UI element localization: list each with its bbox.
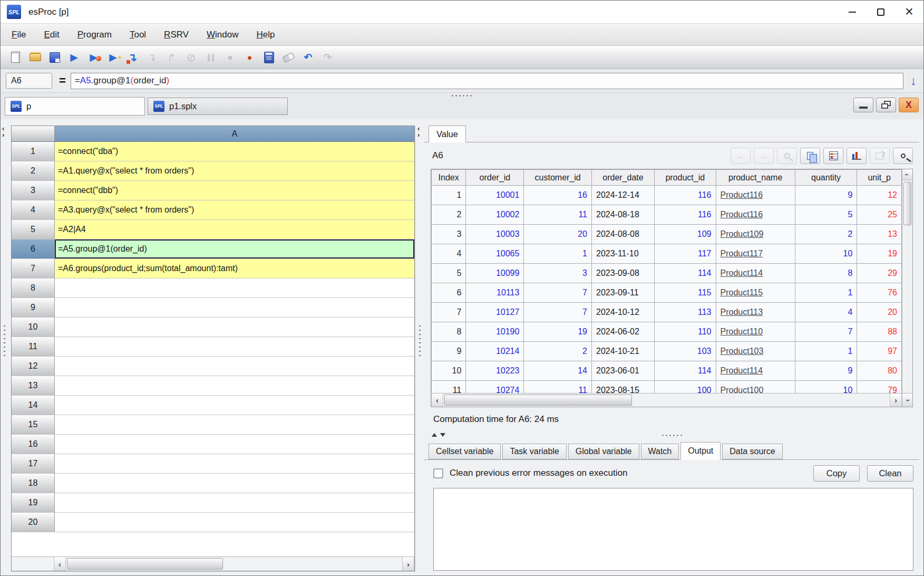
value-cell-r3c6[interactable]: Product109: [716, 225, 795, 244]
grid-corner-header[interactable]: [12, 126, 55, 141]
tab-cellset-variable[interactable]: Cellset variable: [429, 444, 501, 459]
scroll-thumb[interactable]: [444, 395, 632, 406]
copy-button[interactable]: Copy: [813, 465, 860, 482]
output-console[interactable]: [433, 488, 913, 571]
pin-icon[interactable]: [893, 148, 913, 164]
window-maximize-button[interactable]: [867, 1, 895, 23]
cell-A10[interactable]: [55, 318, 414, 337]
grid-horizontal-scrollbar[interactable]: ‹ ›: [12, 556, 414, 571]
col-header-order_id[interactable]: order_id: [466, 170, 524, 186]
bottom-splitter[interactable]: [424, 431, 920, 441]
formula-input[interactable]: =A5.group@1(order_id): [71, 73, 903, 89]
col-header-order_date[interactable]: order_date: [591, 170, 654, 186]
menu-program[interactable]: Program: [69, 30, 121, 40]
calculate-icon[interactable]: [261, 49, 277, 65]
menu-rsrv[interactable]: RSRV: [155, 30, 198, 40]
undo-icon[interactable]: ↶: [300, 49, 316, 65]
tab-data-source[interactable]: Data source: [722, 444, 782, 459]
execute-cell-icon[interactable]: ↴: [124, 49, 141, 65]
splitter-handle-icon[interactable]: [661, 434, 684, 437]
table-horizontal-scrollbar[interactable]: ‹ ›: [431, 393, 902, 407]
splitter-handle-icon[interactable]: [3, 324, 6, 357]
tab-task-variable[interactable]: Task variable: [502, 444, 566, 459]
splitter-handle-icon[interactable]: [419, 324, 421, 357]
cell-A19[interactable]: [55, 493, 414, 512]
row-header-18[interactable]: 18: [12, 474, 55, 493]
cell-A1[interactable]: =connect("dba"): [55, 142, 414, 161]
col-header-product_name[interactable]: product_name: [716, 170, 795, 186]
row-header-4[interactable]: 4: [12, 200, 55, 219]
scroll-right-icon[interactable]: ›: [890, 393, 902, 407]
new-file-icon[interactable]: [7, 49, 24, 65]
value-cell-r2c6[interactable]: Product116: [716, 205, 795, 225]
menu-help[interactable]: Help: [248, 30, 284, 40]
col-header-quantity[interactable]: quantity: [795, 170, 857, 186]
scroll-thumb[interactable]: [67, 558, 223, 570]
expand-right-icon[interactable]: ›: [2, 132, 4, 138]
execute-debug-icon[interactable]: ▶: [85, 49, 102, 65]
row-header-10[interactable]: 10: [12, 318, 55, 337]
col-header-unit_p[interactable]: unit_p: [857, 170, 902, 186]
expand-up-icon[interactable]: [432, 433, 437, 437]
menu-file[interactable]: File: [3, 30, 35, 40]
cell-A3[interactable]: =connect("dbb"): [55, 181, 414, 200]
tab-output[interactable]: Output: [680, 442, 721, 460]
window-close-button[interactable]: ×: [895, 1, 923, 23]
left-splitter-strip[interactable]: ‹›: [1, 119, 9, 575]
expand-formula-button[interactable]: ↓: [903, 73, 923, 88]
cell-A16[interactable]: [55, 435, 414, 454]
scroll-left-icon[interactable]: ‹: [431, 393, 443, 407]
scroll-thumb[interactable]: [903, 182, 911, 225]
menu-window[interactable]: Window: [198, 30, 247, 40]
row-header-17[interactable]: 17: [12, 454, 55, 473]
cell-reference-input[interactable]: A6: [6, 73, 52, 89]
mdi-minimize-button[interactable]: [853, 98, 873, 112]
editor-tab-p1.splx[interactable]: SPLp1.splx: [148, 98, 288, 115]
row-header-1[interactable]: 1: [12, 142, 55, 161]
breakpoint-icon[interactable]: ●: [241, 49, 258, 65]
expand-right-icon[interactable]: ›: [417, 132, 420, 138]
mdi-restore-button[interactable]: [876, 98, 896, 112]
collapse-down-icon[interactable]: [440, 433, 445, 437]
value-cell-r8c6[interactable]: Product110: [716, 322, 795, 342]
tab-global-variable[interactable]: Global variable: [568, 444, 639, 459]
copy-data-icon[interactable]: [800, 148, 820, 164]
row-header-5[interactable]: 5: [12, 220, 55, 239]
value-cell-r7c6[interactable]: Product113: [716, 303, 795, 322]
window-minimize-button[interactable]: [838, 1, 867, 23]
row-header-19[interactable]: 19: [12, 493, 55, 512]
options-icon[interactable]: [823, 148, 843, 164]
row-header-16[interactable]: 16: [12, 435, 55, 454]
clear-icon[interactable]: [280, 49, 297, 65]
menu-tool[interactable]: Tool: [121, 30, 155, 40]
column-header-A[interactable]: A: [55, 126, 414, 141]
cell-A5[interactable]: =A2|A4: [55, 220, 414, 239]
clean-errors-checkbox[interactable]: [433, 468, 443, 478]
row-header-6[interactable]: 6: [12, 239, 55, 258]
value-cell-r6c6[interactable]: Product115: [716, 283, 795, 303]
row-header-20[interactable]: 20: [12, 513, 55, 532]
tab-watch[interactable]: Watch: [641, 444, 679, 459]
execute-icon[interactable]: ▶: [66, 49, 82, 65]
cell-A11[interactable]: [55, 337, 414, 356]
chart-icon[interactable]: [847, 148, 867, 164]
step-execute-icon[interactable]: ▶*: [105, 49, 121, 65]
scroll-left-icon[interactable]: ‹: [54, 557, 66, 571]
value-cell-r10c6[interactable]: Product114: [716, 361, 795, 381]
row-header-3[interactable]: 3: [12, 181, 55, 200]
cell-A13[interactable]: [55, 376, 414, 395]
row-header-14[interactable]: 14: [12, 396, 55, 415]
open-file-icon[interactable]: [27, 49, 43, 65]
value-cell-r5c6[interactable]: Product114: [716, 264, 795, 283]
cell-A9[interactable]: [55, 298, 414, 317]
middle-splitter-strip[interactable]: ‹›: [416, 119, 424, 575]
splitter-handle-icon[interactable]: [451, 94, 474, 97]
table-vertical-scrollbar[interactable]: ‹: [902, 169, 912, 393]
cell-A15[interactable]: [55, 415, 414, 434]
value-cell-r9c6[interactable]: Product103: [716, 342, 795, 361]
row-header-13[interactable]: 13: [12, 376, 55, 395]
value-cell-r1c6[interactable]: Product116: [716, 186, 795, 205]
scroll-down-icon[interactable]: ‹: [902, 393, 912, 407]
cell-A12[interactable]: [55, 357, 414, 376]
row-header-9[interactable]: 9: [12, 298, 55, 317]
